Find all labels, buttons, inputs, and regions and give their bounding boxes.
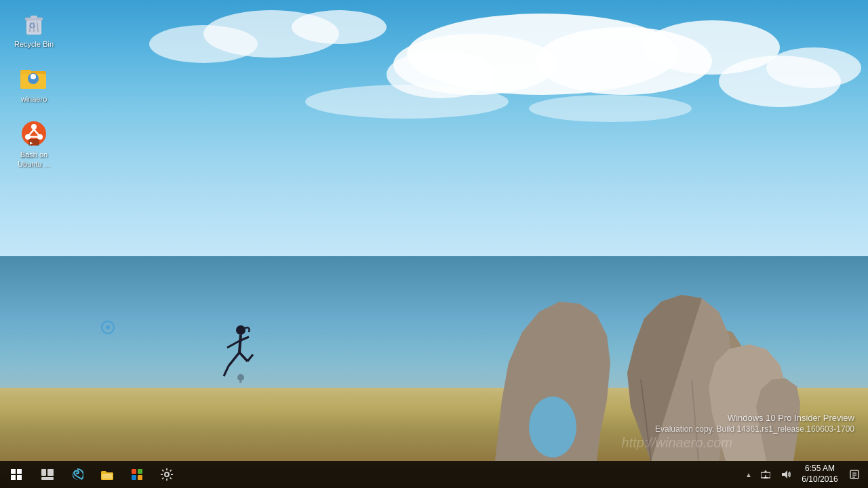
recycle-bin-svg: ♻: [21, 10, 47, 36]
svg-line-39: [37, 22, 38, 32]
recycle-bin-icon-container[interactable]: ♻ Recycle Bin: [7, 7, 61, 52]
winaero-icon-container[interactable]: winaero: [7, 62, 61, 106]
svg-rect-63: [138, 469, 142, 474]
svg-rect-56: [41, 469, 46, 476]
taskbar-left: [0, 461, 182, 488]
ubuntu-icon-container[interactable]: ▶_ Bash on Ubuntu ...: [7, 117, 61, 172]
svg-marker-71: [782, 470, 787, 479]
svg-rect-42: [20, 70, 31, 74]
winaero-folder-svg: [20, 66, 47, 90]
volume-svg: [781, 470, 791, 479]
svg-rect-60: [101, 471, 106, 474]
svg-text:▶_: ▶_: [30, 140, 36, 146]
ubuntu-label: Bash on Ubuntu ...: [9, 150, 58, 169]
sky-background: [0, 0, 868, 268]
settings-button[interactable]: [152, 461, 182, 488]
clock-date: 6/10/2016: [802, 474, 837, 485]
explorer-icon: [101, 469, 113, 480]
settings-icon: [161, 468, 173, 481]
svg-rect-65: [138, 475, 142, 480]
store-icon: [131, 468, 143, 481]
svg-point-45: [31, 74, 36, 79]
recycle-bin-image: ♻: [20, 9, 47, 37]
notification-svg: [850, 470, 859, 479]
clock-time: 6:55 AM: [805, 464, 835, 474]
svg-point-48: [31, 124, 37, 129]
watermark: http://winaero.com: [622, 435, 732, 451]
clock-area[interactable]: 6:55 AM 6/10/2016: [796, 461, 844, 488]
ubuntu-image: ▶_: [20, 120, 47, 147]
desktop: http://winaero.com Windows 10 Pro Inside…: [0, 0, 868, 488]
tray-expand-button[interactable]: ▲: [742, 461, 755, 488]
volume-icon[interactable]: [776, 461, 796, 488]
windows-title: Windows 10 Pro Insider Preview: [655, 413, 854, 423]
start-button[interactable]: [0, 461, 33, 488]
start-icon: [11, 469, 22, 480]
start-quad-2: [17, 469, 22, 474]
start-quad-1: [11, 469, 16, 474]
edge-button[interactable]: [62, 461, 92, 488]
svg-point-70: [765, 470, 767, 472]
svg-rect-61: [102, 474, 112, 479]
svg-rect-64: [132, 475, 136, 480]
taskbar: ▲ 6:55 AM 6/: [0, 461, 868, 488]
winaero-image: [20, 64, 47, 92]
task-view-button[interactable]: [33, 461, 62, 488]
start-quad-3: [11, 475, 16, 480]
ubuntu-svg: ▶_: [20, 120, 47, 147]
desktop-icons: ♻ Recycle Bin: [0, 0, 68, 188]
network-icon[interactable]: [755, 461, 776, 488]
edge-icon: [71, 468, 83, 481]
store-button[interactable]: [122, 461, 152, 488]
network-svg: [761, 470, 770, 479]
svg-point-66: [165, 472, 169, 476]
taskbar-right: ▲ 6:55 AM 6/: [742, 461, 868, 488]
explorer-button[interactable]: [92, 461, 122, 488]
windows-build-info: Windows 10 Pro Insider Preview Evaluatio…: [655, 413, 854, 434]
svg-text:♻: ♻: [28, 21, 36, 30]
svg-rect-62: [132, 469, 136, 474]
task-view-icon: [41, 469, 54, 480]
start-quad-4: [17, 475, 22, 480]
recycle-bin-label: Recycle Bin: [14, 39, 54, 49]
notification-button[interactable]: [844, 461, 865, 488]
svg-rect-36: [31, 16, 37, 18]
svg-rect-57: [47, 469, 54, 476]
svg-rect-58: [41, 477, 54, 480]
winaero-label: winaero: [21, 94, 47, 104]
windows-build: Evaluation copy. Build 14361.rs1_release…: [655, 424, 854, 434]
